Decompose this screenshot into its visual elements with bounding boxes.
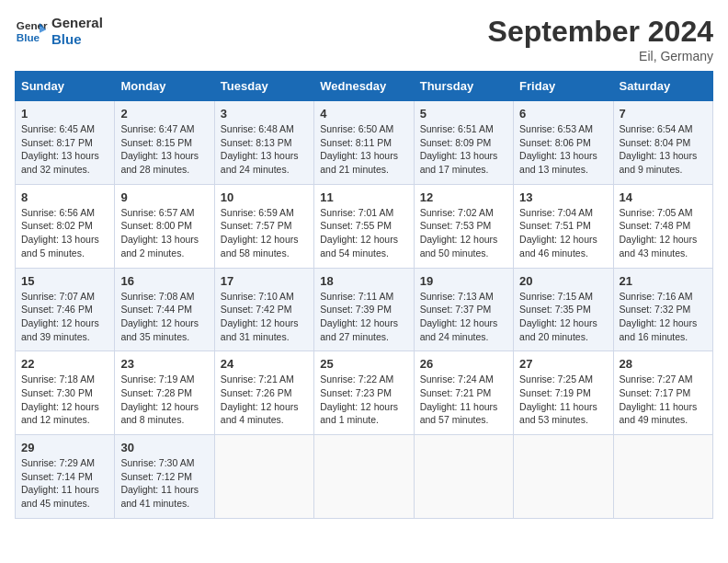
cell-text: and 17 minutes. [420,163,507,177]
cell-text: Daylight: 11 hours [120,483,208,497]
cell-text: Daylight: 13 hours [519,149,607,163]
calendar-cell: 3Sunrise: 6:48 AMSunset: 8:13 PMDaylight… [214,101,313,185]
header-row: SundayMondayTuesdayWednesdayThursdayFrid… [16,72,713,101]
day-number: 8 [21,190,108,204]
cell-text: and 53 minutes. [519,413,607,427]
day-number: 17 [221,274,308,288]
calendar-cell: 25Sunrise: 7:22 AMSunset: 7:23 PMDayligh… [314,351,414,435]
cell-text: and 21 minutes. [320,163,407,177]
cell-text: Daylight: 13 hours [21,233,108,247]
day-number: 4 [320,107,407,121]
cell-text: Sunset: 7:51 PM [519,219,607,233]
calendar-cell: 18Sunrise: 7:11 AMSunset: 7:39 PMDayligh… [314,268,414,351]
cell-text: Sunrise: 6:59 AM [221,206,308,220]
logo: General Blue General Blue [15,15,103,48]
day-number: 20 [519,274,607,288]
day-number: 15 [21,274,108,288]
day-number: 6 [519,107,607,121]
cell-text: Sunset: 8:13 PM [221,136,308,150]
cell-text: Daylight: 12 hours [21,316,108,330]
day-number: 10 [221,190,308,204]
cell-text: Sunset: 7:53 PM [420,219,507,233]
cell-text: Sunset: 7:35 PM [519,303,607,316]
cell-text: Daylight: 11 hours [21,483,108,497]
cell-text: Sunset: 7:48 PM [620,219,707,233]
week-row: 15Sunrise: 7:07 AMSunset: 7:46 PMDayligh… [16,268,713,351]
cell-text: Sunset: 8:09 PM [420,136,507,150]
cell-text: Sunset: 7:46 PM [21,303,108,316]
cell-text: Sunrise: 7:30 AM [120,456,208,470]
cell-text: Daylight: 12 hours [620,316,707,330]
cell-text: and 54 minutes. [320,247,407,260]
cell-text: and 50 minutes. [420,247,507,260]
cell-text: and 1 minute. [320,413,407,427]
day-number: 25 [320,357,407,371]
calendar-cell: 7Sunrise: 6:54 AMSunset: 8:04 PMDaylight… [613,101,712,185]
cell-text: Sunrise: 7:16 AM [620,290,707,304]
cell-text: Daylight: 11 hours [620,400,707,414]
calendar-cell: 23Sunrise: 7:19 AMSunset: 7:28 PMDayligh… [115,351,214,435]
cell-text: Sunrise: 6:53 AM [519,122,607,136]
calendar-cell: 5Sunrise: 6:51 AMSunset: 8:09 PMDaylight… [414,101,513,185]
cell-text: Sunset: 7:32 PM [620,303,707,316]
cell-text: Sunrise: 7:10 AM [221,290,308,304]
cell-text: Daylight: 12 hours [320,400,407,414]
calendar-cell: 15Sunrise: 7:07 AMSunset: 7:46 PMDayligh… [16,268,115,351]
cell-text: Sunrise: 7:04 AM [519,206,607,220]
cell-text: Sunset: 7:42 PM [221,303,308,316]
cell-text: Sunrise: 6:51 AM [420,122,507,136]
cell-text: Sunset: 8:02 PM [21,219,108,233]
cell-text: Sunrise: 7:27 AM [620,373,707,386]
page-header: General Blue General Blue September 2024… [15,15,713,63]
cell-text: Daylight: 13 hours [320,149,407,163]
calendar-cell: 16Sunrise: 7:08 AMSunset: 7:44 PMDayligh… [115,268,214,351]
calendar-cell: 13Sunrise: 7:04 AMSunset: 7:51 PMDayligh… [514,184,613,268]
cell-text: and 31 minutes. [221,330,308,344]
cell-text: Daylight: 12 hours [120,400,208,414]
day-number: 2 [120,107,208,121]
col-header-saturday: Saturday [613,72,712,101]
cell-text: and 24 minutes. [420,330,507,344]
cell-text: Sunset: 7:44 PM [120,303,208,316]
col-header-thursday: Thursday [414,72,513,101]
day-number: 12 [420,190,507,204]
cell-text: Sunrise: 7:05 AM [620,206,707,220]
cell-text: Daylight: 12 hours [320,233,407,247]
logo-icon: General Blue [15,15,48,48]
cell-text: and 20 minutes. [519,330,607,344]
day-number: 3 [221,107,308,121]
cell-text: Sunrise: 7:13 AM [420,290,507,304]
logo-general: General [51,15,103,31]
location-title: Eil, Germany [488,49,713,63]
cell-text: Sunset: 8:00 PM [120,219,208,233]
cell-text: Sunrise: 7:18 AM [21,373,108,386]
cell-text: Sunset: 7:28 PM [120,386,208,400]
day-number: 5 [420,107,507,121]
calendar-cell: 6Sunrise: 6:53 AMSunset: 8:06 PMDaylight… [514,101,613,185]
day-number: 21 [620,274,707,288]
calendar-cell: 9Sunrise: 6:57 AMSunset: 8:00 PMDaylight… [115,184,214,268]
cell-text: and 45 minutes. [21,497,108,511]
cell-text: and 28 minutes. [120,163,208,177]
calendar-cell: 24Sunrise: 7:21 AMSunset: 7:26 PMDayligh… [214,351,313,435]
calendar-cell: 22Sunrise: 7:18 AMSunset: 7:30 PMDayligh… [16,351,115,435]
cell-text: Daylight: 12 hours [21,400,108,414]
cell-text: Sunset: 7:12 PM [120,470,208,484]
day-number: 26 [420,357,507,371]
cell-text: Sunrise: 7:15 AM [519,290,607,304]
calendar-cell: 26Sunrise: 7:24 AMSunset: 7:21 PMDayligh… [414,351,513,435]
cell-text: and 4 minutes. [221,413,308,427]
cell-text: and 49 minutes. [620,413,707,427]
cell-text: Daylight: 12 hours [221,316,308,330]
calendar-cell: 8Sunrise: 6:56 AMSunset: 8:02 PMDaylight… [16,184,115,268]
day-number: 19 [420,274,507,288]
cell-text: and 9 minutes. [620,163,707,177]
cell-text: Sunrise: 7:08 AM [120,290,208,304]
calendar-cell: 20Sunrise: 7:15 AMSunset: 7:35 PMDayligh… [514,268,613,351]
cell-text: Sunset: 7:21 PM [420,386,507,400]
day-number: 23 [120,357,208,371]
col-header-monday: Monday [115,72,214,101]
calendar-cell [414,435,513,519]
week-row: 22Sunrise: 7:18 AMSunset: 7:30 PMDayligh… [16,351,713,435]
cell-text: and 35 minutes. [120,330,208,344]
